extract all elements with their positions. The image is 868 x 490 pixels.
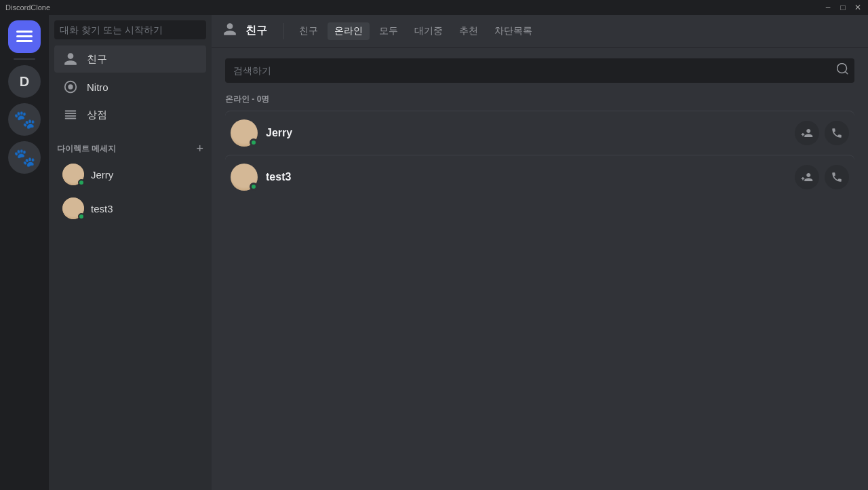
dm-name-test3: test3 [91, 203, 113, 214]
test3-status-dot [78, 213, 85, 220]
tab-blocked[interactable]: 차단목록 [488, 22, 539, 40]
tab-all[interactable]: 모두 [372, 22, 405, 40]
tab-online[interactable]: 온라인 [328, 22, 370, 40]
test3-friend-info: test3 [266, 171, 795, 183]
svg-rect-0 [16, 31, 33, 33]
jerry-add-friend-button[interactable] [795, 121, 819, 145]
nav-label-friends: 친구 [87, 53, 107, 66]
jerry-friend-actions [795, 121, 849, 145]
home-server-icon[interactable] [8, 20, 41, 53]
server-paw2-icon[interactable]: 🐾 [8, 141, 41, 174]
app-body: D 🐾 🐾 친구 [0, 15, 868, 490]
nav-item-shop[interactable]: 상점 [54, 101, 206, 128]
app-title: DiscordClone [5, 3, 50, 12]
nav-item-nitro[interactable]: Nitro [54, 73, 206, 100]
friends-header: 친구 친구 온라인 모두 대기중 추천 차단목록 [212, 15, 868, 48]
online-count: 온라인 - 0명 [225, 94, 854, 105]
test3-main-status-dot [250, 183, 258, 191]
nav-label-shop: 상점 [87, 109, 107, 121]
tab-friends[interactable]: 친구 [292, 22, 325, 40]
friends-header-icon [222, 22, 237, 40]
svg-rect-1 [16, 35, 33, 37]
header-divider [283, 23, 284, 39]
dm-item-jerry[interactable]: Jerry [54, 158, 206, 191]
jerry-main-avatar-wrap [231, 119, 258, 147]
server-separator [14, 58, 35, 60]
title-bar: DiscordClone – □ ✕ [0, 0, 868, 15]
nav-label-nitro: Nitro [87, 81, 108, 93]
friend-item-jerry[interactable]: Jerry [225, 111, 854, 155]
search-bar-container [49, 15, 212, 42]
window-controls: – □ ✕ [823, 3, 863, 12]
friends-search-button[interactable] [837, 63, 849, 78]
shop-nav-icon [62, 107, 79, 123]
tab-suggested[interactable]: 추천 [452, 22, 485, 40]
dm-section-title: 다이렉트 메세지 [57, 143, 116, 155]
dm-section-header: 다이렉트 메세지 + [49, 132, 212, 157]
jerry-call-button[interactable] [825, 121, 849, 145]
test3-main-avatar-wrap [231, 164, 258, 191]
jerry-avatar-wrapper [62, 164, 84, 185]
svg-rect-5 [65, 111, 77, 112]
channel-sidebar: 친구 Nitro [49, 15, 212, 490]
main-content: 친구 친구 온라인 모두 대기중 추천 차단목록 온라인 - 0명 [212, 15, 868, 490]
tab-pending[interactable]: 대기중 [408, 22, 450, 40]
friends-body: 온라인 - 0명 Jerry [212, 48, 868, 490]
friends-nav-icon [62, 51, 79, 67]
svg-rect-8 [65, 118, 77, 119]
svg-rect-7 [65, 115, 77, 117]
friend-item-test3[interactable]: test3 [225, 155, 854, 199]
jerry-friend-info: Jerry [266, 127, 795, 139]
friends-title: 친구 [245, 24, 267, 38]
nitro-nav-icon [62, 79, 79, 95]
search-container [225, 58, 854, 83]
friends-search-input[interactable] [225, 58, 854, 83]
minimize-button[interactable]: – [823, 3, 833, 12]
conversation-search-input[interactable] [54, 20, 206, 39]
server-d-icon[interactable]: D [8, 65, 41, 98]
svg-point-4 [68, 84, 73, 89]
server-paw1-icon[interactable]: 🐾 [8, 103, 41, 136]
svg-rect-2 [16, 40, 33, 42]
test3-add-friend-button[interactable] [795, 165, 819, 189]
server-sidebar: D 🐾 🐾 [0, 15, 49, 490]
svg-rect-6 [65, 113, 77, 114]
nav-item-friends[interactable]: 친구 [54, 45, 206, 73]
dm-name-jerry: Jerry [91, 169, 113, 181]
test3-friend-name: test3 [266, 171, 795, 183]
nav-section: 친구 Nitro [49, 42, 212, 132]
jerry-main-status-dot [250, 138, 258, 147]
test3-friend-actions [795, 165, 849, 189]
jerry-status-dot [78, 179, 85, 186]
maximize-button[interactable]: □ [838, 3, 848, 12]
dm-item-test3[interactable]: test3 [54, 192, 206, 225]
close-button[interactable]: ✕ [853, 3, 863, 12]
test3-avatar-wrapper [62, 197, 84, 219]
test3-call-button[interactable] [825, 165, 849, 189]
jerry-friend-name: Jerry [266, 127, 795, 139]
add-dm-button[interactable]: + [196, 143, 203, 155]
